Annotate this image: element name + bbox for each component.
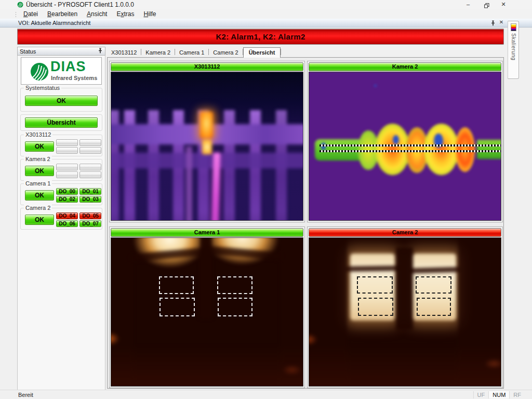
window-title: Übersicht - PYROSOFT Client1 1.0.0.0: [26, 1, 134, 8]
thermal-image-camera-1[interactable]: [111, 237, 303, 387]
roi-rectangle[interactable]: [159, 298, 195, 316]
roi-rectangle[interactable]: [417, 298, 451, 316]
digital-output-button[interactable]: DO_03: [79, 196, 101, 203]
device-name: Camera 1: [24, 180, 52, 187]
digital-output-button[interactable]: DO_02: [56, 196, 78, 203]
minimize-button[interactable]: –: [460, 0, 476, 9]
camera-header-button[interactable]: Camera 1: [111, 228, 303, 237]
overview-group: Übersicht: [20, 114, 102, 131]
floor-glow: [111, 345, 303, 387]
tab-uebersicht[interactable]: Übersicht: [243, 47, 281, 58]
dias-logo: DIAS Infrared Systems: [21, 57, 102, 85]
device-group-kamera-2: Kamera 2 OK: [20, 159, 102, 181]
pin-icon[interactable]: [98, 48, 103, 55]
systemstatus-ok-button[interactable]: OK: [25, 96, 98, 106]
menu-datei[interactable]: Datei: [19, 10, 43, 18]
digital-output-button[interactable]: [56, 139, 78, 146]
camera-panel-kamera-2: Kamera 2: [307, 61, 503, 222]
camera-panel-camera-1: Camera 1: [109, 227, 305, 388]
roi-dash-row: [320, 144, 501, 147]
device-ok-button[interactable]: OK: [25, 166, 54, 176]
menu-extras[interactable]: Extras: [112, 10, 139, 18]
status-panel-title: Status: [20, 48, 98, 55]
tab-x3013112[interactable]: X3013112: [107, 48, 141, 57]
thermal-scene: [111, 72, 303, 221]
restore-icon: [484, 3, 489, 8]
digital-output-button[interactable]: [79, 139, 101, 146]
warm-cable: [186, 147, 192, 221]
tab-kamera-2[interactable]: Kamera 2: [141, 48, 175, 57]
thermal-image-kamera-2[interactable]: [309, 72, 501, 221]
keyboard-indicators: UF NUM RF: [473, 391, 525, 398]
digital-output-button[interactable]: DO_00: [56, 188, 78, 195]
dias-brand-text: DIAS: [50, 59, 86, 75]
camera-header-button[interactable]: Kamera 2: [309, 62, 501, 71]
overview-content-area: X3013112 Kamera 2: [107, 57, 504, 389]
roi-rectangle[interactable]: [357, 276, 393, 294]
alarm-banner[interactable]: K2: Alarm1, K2: Alarm2: [17, 29, 504, 45]
floor-glow: [309, 345, 501, 387]
digital-output-button[interactable]: [56, 147, 78, 154]
restore-button[interactable]: [479, 0, 495, 9]
hot-spot: [202, 140, 212, 154]
warm-spot: [283, 365, 301, 375]
digital-output-button[interactable]: DO_04: [56, 212, 78, 219]
menu-bearbeiten[interactable]: Bearbeiten: [43, 10, 82, 18]
skalierung-label: Skalierung: [511, 33, 516, 60]
indicator-num: NUM: [488, 391, 509, 398]
thermal-image-camera-2[interactable]: [309, 237, 501, 387]
indicator-uf: UF: [473, 391, 489, 398]
digital-output-button[interactable]: [79, 147, 101, 154]
thermal-busbar-band: [111, 153, 303, 168]
camera-header-button[interactable]: Camera 2: [309, 228, 501, 237]
digital-output-button[interactable]: DO_01: [79, 188, 101, 195]
roi-rectangle[interactable]: [416, 276, 451, 294]
voi-caption-bar: VOI: Aktuelle Alarmnachricht ✕: [0, 19, 532, 28]
warm-spot: [485, 359, 502, 368]
roi-rectangle[interactable]: [217, 276, 252, 295]
roi-measure-line[interactable]: [320, 144, 501, 152]
pin-icon[interactable]: [490, 20, 496, 28]
device-ok-button[interactable]: OK: [25, 215, 54, 225]
ready-text: Bereit: [18, 392, 473, 398]
systemstatus-group: Systemstatus OK: [20, 88, 102, 112]
toolbar-grip: [15, 11, 17, 17]
camera-header-button[interactable]: X3013112: [111, 62, 303, 71]
thermal-scene: [111, 237, 303, 387]
menu-bar: Datei Bearbeiten Ansicht Extras Hilfe: [0, 9, 532, 19]
window-crossbar: [347, 265, 399, 272]
voi-close-icon[interactable]: ✕: [498, 19, 504, 25]
indicator-rf: RF: [509, 391, 525, 398]
digital-output-button[interactable]: [79, 171, 101, 178]
color-scale-icon: [511, 23, 516, 31]
tab-skalierung[interactable]: Skalierung: [508, 21, 519, 79]
digital-output-button[interactable]: [79, 164, 101, 170]
uebersicht-button[interactable]: Übersicht: [25, 117, 98, 128]
menu-hilfe[interactable]: Hilfe: [139, 10, 161, 18]
cold-spot: [374, 85, 377, 87]
digital-output-button[interactable]: DO_05: [79, 212, 101, 219]
tab-camera-2[interactable]: Camera 2: [209, 48, 242, 57]
device-group-camera-1: Camera 1 OK DO_00 DO_01 DO_02 DO_03: [20, 183, 102, 205]
digital-output-button[interactable]: DO_07: [79, 220, 101, 227]
roi-rectangle[interactable]: [358, 298, 393, 316]
thermal-image-x3013112[interactable]: [111, 72, 303, 221]
status-bar: Bereit UF NUM RF: [0, 390, 532, 399]
status-panel-header[interactable]: Status: [17, 47, 105, 56]
alarm-strip: K2: Alarm1, K2: Alarm2: [0, 28, 532, 47]
device-name: Camera 2: [24, 205, 52, 211]
camera-panel-camera-2: Camera 2: [307, 227, 503, 388]
menu-ansicht[interactable]: Ansicht: [82, 10, 112, 18]
roi-rectangle[interactable]: [159, 276, 194, 295]
tab-camera-1[interactable]: Camera 1: [175, 48, 208, 57]
device-ok-button[interactable]: OK: [25, 190, 54, 201]
hot-spot: [200, 112, 213, 138]
roi-rectangle[interactable]: [218, 298, 252, 316]
digital-output-button[interactable]: [56, 171, 78, 178]
close-button[interactable]: ✕: [496, 0, 511, 9]
digital-output-button[interactable]: [56, 164, 78, 170]
systemstatus-label: Systemstatus: [24, 85, 61, 91]
device-ok-button[interactable]: OK: [25, 141, 54, 152]
digital-output-button[interactable]: DO_06: [56, 220, 78, 227]
dias-subtitle-text: Infrared Systems: [51, 75, 97, 81]
